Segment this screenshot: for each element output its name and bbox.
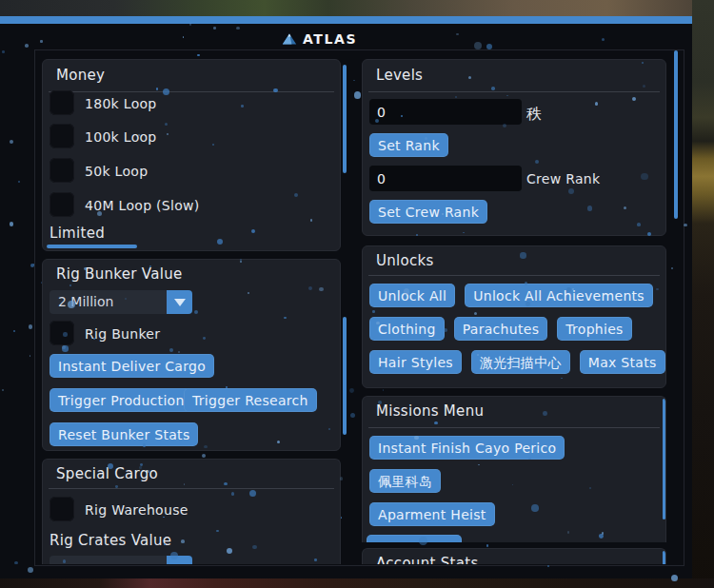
section-divider	[368, 275, 660, 276]
trophies-button[interactable]: Trophies	[557, 317, 631, 341]
perico-island-button[interactable]: 佩里科岛	[369, 469, 441, 493]
laser-scan-center-button[interactable]: 激光扫描中心	[471, 350, 570, 374]
chevron-down-icon	[174, 564, 186, 565]
bunker-value-dropdown-arrow[interactable]	[167, 290, 192, 314]
section-divider	[49, 488, 334, 489]
screen: ATLAS Money 180k Loop 100k Loop 50k Loop…	[0, 0, 714, 588]
brand-title: ATLAS	[303, 31, 357, 47]
checkbox-label-50k-loop: 50k Loop	[85, 164, 148, 179]
right-column-scrollbar-thumb[interactable]	[674, 50, 678, 219]
rank-label: 秩	[526, 105, 542, 125]
checkbox-label-180k-loop: 180k Loop	[85, 96, 157, 111]
atlas-mountain-icon	[282, 32, 297, 46]
parachutes-button[interactable]: Parachutes	[454, 317, 548, 341]
unlock-all-achievements-button[interactable]: Unlock All Achievements	[465, 284, 653, 307]
account-stats-section-title: Account Stats	[376, 555, 479, 564]
limited-sub-label: Limited	[50, 225, 105, 242]
game-background-bottom	[0, 578, 714, 588]
special-cargo-section-title: Special Cargo	[56, 465, 158, 482]
rank-input[interactable]	[369, 99, 522, 125]
unlocks-section: Unlocks Unlock All Unlock All Achievemen…	[362, 245, 666, 388]
hair-styles-button[interactable]: Hair Styles	[369, 350, 462, 374]
section-divider	[368, 91, 660, 92]
account-stats-scrollbar-thumb[interactable]	[663, 551, 665, 564]
checkbox-label-100k-loop: 100k Loop	[85, 129, 157, 145]
unlocks-section-title: Unlocks	[376, 252, 434, 269]
trigger-research-button[interactable]: Trigger Research	[184, 388, 317, 412]
missions-menu-section: Missions Menu Instant Finish Cayo Perico…	[362, 396, 666, 542]
rig-crates-value-label: Rig Crates Value	[50, 532, 171, 549]
checkbox-50k-loop[interactable]	[50, 158, 74, 183]
special-cargo-section: Special Cargo Rig Warehouse Rig Crates V…	[42, 459, 341, 564]
checkbox-rig-warehouse[interactable]	[50, 497, 74, 521]
missions-scrollbar-thumb[interactable]	[663, 399, 665, 519]
checkbox-label-rig-warehouse: Rig Warehouse	[85, 502, 188, 518]
clothing-button[interactable]: Clothing	[369, 317, 445, 341]
checkbox-label-40m-loop: 40M Loop (Slow)	[85, 198, 200, 213]
section-divider	[368, 427, 660, 428]
bunker-value-dropdown[interactable]: 2 Million	[50, 290, 167, 314]
chevron-down-icon	[174, 299, 186, 306]
game-background-right	[692, 0, 714, 588]
unlocks-row-1: Unlock All Unlock All Achievements	[369, 284, 662, 307]
apartment-heist-button[interactable]: Aparment Heist	[369, 502, 495, 526]
unlocks-row-2: Clothing Parachutes Trophies	[369, 317, 662, 341]
reset-bunker-stats-button[interactable]: Reset Bunker Stats	[50, 422, 198, 446]
section-divider	[49, 91, 334, 92]
levels-section: Levels 秩 Set Rank Crew Rank Set Crew Ran…	[362, 59, 666, 236]
mod-menu-panel: ATLAS Money 180k Loop 100k Loop 50k Loop…	[0, 24, 692, 578]
money-section: Money 180k Loop 100k Loop 50k Loop 40M L…	[42, 59, 341, 251]
missions-menu-section-title: Missions Menu	[376, 402, 484, 420]
missions-clipped-button[interactable]	[367, 535, 462, 542]
checkbox-40m-loop[interactable]	[50, 192, 74, 217]
crates-value-dropdown[interactable]	[50, 556, 167, 564]
left-column-scrollbar-thumb-top[interactable]	[343, 65, 347, 173]
levels-section-title: Levels	[376, 67, 423, 84]
crates-value-dropdown-arrow[interactable]	[167, 556, 192, 564]
unlocks-row-3: Hair Styles 激光扫描中心 Max Stats	[369, 350, 662, 374]
money-horizontal-scrollbar-thumb[interactable]	[47, 245, 137, 248]
rig-bunker-section-title: Rig Bunker Value	[56, 265, 183, 283]
crew-rank-input[interactable]	[369, 166, 522, 191]
menu-top-accent-bar	[0, 16, 692, 24]
checkbox-label-rig-bunker: Rig Bunker	[85, 326, 160, 342]
checkbox-rig-bunker[interactable]	[50, 321, 74, 345]
game-background-top	[0, 0, 714, 17]
menu-header: ATLAS	[282, 31, 357, 47]
unlock-all-button[interactable]: Unlock All	[369, 284, 455, 307]
checkbox-100k-loop[interactable]	[50, 124, 74, 148]
crew-rank-label: Crew Rank	[526, 171, 600, 186]
instant-finish-cayo-perico-button[interactable]: Instant Finish Cayo Perico	[369, 436, 565, 460]
account-stats-section: Account Stats	[362, 548, 666, 564]
money-section-title: Money	[56, 67, 105, 84]
max-stats-button[interactable]: Max Stats	[580, 350, 665, 374]
set-rank-button[interactable]: Set Rank	[369, 133, 448, 157]
checkbox-180k-loop[interactable]	[50, 90, 74, 115]
rig-bunker-section: Rig Bunker Value 2 Million Rig Bunker In…	[42, 259, 341, 451]
trigger-production-button[interactable]: Trigger Production	[50, 388, 193, 412]
set-crew-rank-button[interactable]: Set Crew Rank	[369, 200, 487, 224]
left-column-scrollbar-thumb-bottom[interactable]	[343, 317, 347, 435]
instant-deliver-cargo-button[interactable]: Instant Deliver Cargo	[50, 354, 214, 378]
